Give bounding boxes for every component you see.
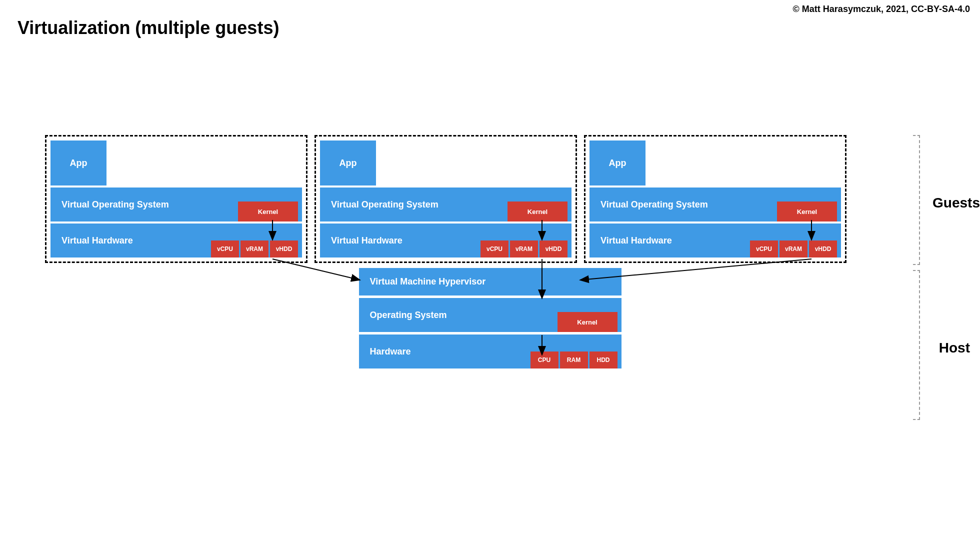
app-row: App xyxy=(320,140,572,186)
app-row: App xyxy=(590,140,841,186)
guest-vm-3: App Virtual Operating System Kernel Virt… xyxy=(584,135,846,263)
vhdd-chip: vHDD xyxy=(270,240,298,258)
kernel-box: Kernel xyxy=(238,202,298,222)
guests-row: App Virtual Operating System Kernel Virt… xyxy=(45,135,935,263)
bracket-guests xyxy=(913,135,920,265)
host-os-label: Operating System xyxy=(370,310,447,320)
vhdd-chip: vHDD xyxy=(809,240,837,258)
vram-chip: vRAM xyxy=(780,240,808,258)
host-os-layer: Operating System Kernel xyxy=(359,298,622,332)
host-hw-chips: CPU RAM HDD xyxy=(530,352,618,368)
virtual-hw-chips: vCPU vRAM vHDD xyxy=(750,240,837,258)
virtual-hardware-label: Virtual Hardware xyxy=(62,236,133,246)
virtual-hw-chips: vCPU vRAM vHDD xyxy=(211,240,298,258)
kernel-box: Kernel xyxy=(777,202,837,222)
virtual-hw-chips: vCPU vRAM vHDD xyxy=(480,240,568,258)
host-hardware-label: Hardware xyxy=(370,346,411,357)
vram-chip: vRAM xyxy=(510,240,538,258)
hdd-chip: HDD xyxy=(590,352,618,368)
ram-chip: RAM xyxy=(560,352,588,368)
vhdd-chip: vHDD xyxy=(540,240,568,258)
hypervisor-label: Virtual Machine Hypervisor xyxy=(370,276,486,287)
vcpu-chip: vCPU xyxy=(211,240,239,258)
virtual-os-label: Virtual Operating System xyxy=(331,200,438,210)
vcpu-chip: vCPU xyxy=(750,240,778,258)
virtual-os-layer: Virtual Operating System Kernel xyxy=(50,188,302,222)
copyright-text: © Matt Harasymczuk, 2021, CC-BY-SA-4.0 xyxy=(793,4,970,14)
vram-chip: vRAM xyxy=(240,240,268,258)
host-stack: Virtual Machine Hypervisor Operating Sys… xyxy=(359,268,622,368)
host-kernel-box: Kernel xyxy=(558,312,618,332)
app-box: App xyxy=(590,140,646,186)
host-hardware-layer: Hardware CPU RAM HDD xyxy=(359,334,622,368)
virtual-hardware-layer: Virtual Hardware vCPU vRAM vHDD xyxy=(590,224,841,258)
label-host: Host xyxy=(939,340,970,356)
app-box: App xyxy=(320,140,376,186)
bracket-host xyxy=(913,270,920,420)
label-guests: Guests xyxy=(932,195,980,211)
virtualization-diagram: App Virtual Operating System Kernel Virt… xyxy=(45,135,935,368)
virtual-os-layer: Virtual Operating System Kernel xyxy=(590,188,841,222)
virtual-hardware-layer: Virtual Hardware vCPU vRAM vHDD xyxy=(50,224,302,258)
guest-vm-2: App Virtual Operating System Kernel Virt… xyxy=(314,135,577,263)
virtual-hardware-label: Virtual Hardware xyxy=(600,236,672,246)
kernel-box: Kernel xyxy=(508,202,568,222)
virtual-os-label: Virtual Operating System xyxy=(600,200,708,210)
diagram-title: Virtualization (multiple guests) xyxy=(18,18,279,38)
virtual-os-label: Virtual Operating System xyxy=(62,200,169,210)
app-box: App xyxy=(50,140,106,186)
virtual-hardware-label: Virtual Hardware xyxy=(331,236,402,246)
cpu-chip: CPU xyxy=(530,352,558,368)
hypervisor-layer: Virtual Machine Hypervisor xyxy=(359,268,622,296)
virtual-os-layer: Virtual Operating System Kernel xyxy=(320,188,572,222)
app-row: App xyxy=(50,140,302,186)
vcpu-chip: vCPU xyxy=(480,240,508,258)
guest-vm-1: App Virtual Operating System Kernel Virt… xyxy=(45,135,308,263)
virtual-hardware-layer: Virtual Hardware vCPU vRAM vHDD xyxy=(320,224,572,258)
